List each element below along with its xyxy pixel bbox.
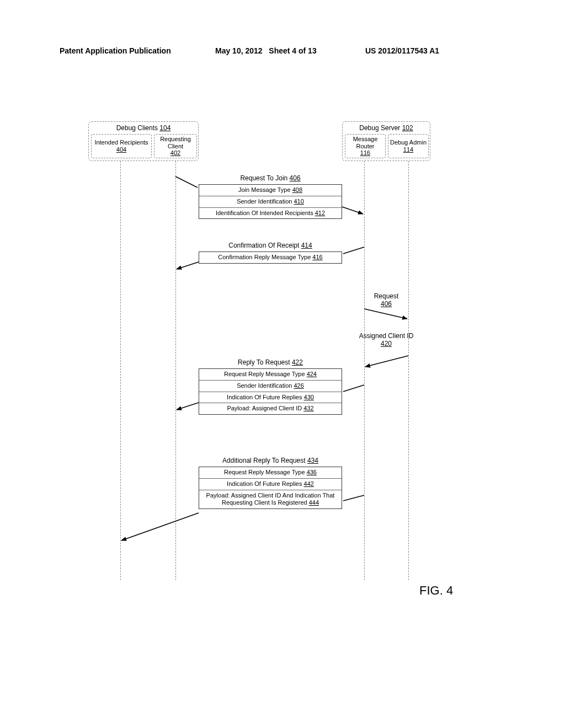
msg3-box: Request Reply Message Type 424 Sender Id… bbox=[199, 368, 342, 415]
msg1-row3: Identification Of Intended Recipients 41… bbox=[199, 207, 342, 219]
svg-line-1 bbox=[342, 207, 363, 214]
msg2-box: Confirmation Reply Message Type 416 bbox=[199, 251, 342, 264]
lane-requesting-client: Requesting Client 402 bbox=[154, 134, 197, 158]
figure-label: FIG. 4 bbox=[419, 584, 453, 598]
svg-line-3 bbox=[177, 262, 199, 269]
debug-clients-ref: 104 bbox=[159, 124, 170, 132]
msg4-title: Additional Reply To Request 434 bbox=[199, 457, 342, 464]
requesting-label: Requesting Client bbox=[160, 136, 191, 149]
header-right: US 2012/0117543 A1 bbox=[365, 46, 439, 55]
msg1-row2: Sender Identification 410 bbox=[199, 196, 342, 207]
lane-intended-recipients: Intended Recipients 404 bbox=[91, 134, 152, 158]
lifeline-requesting bbox=[175, 161, 176, 580]
router-ref: 116 bbox=[345, 149, 385, 157]
lane-message-router: Message Router 116 bbox=[345, 134, 386, 158]
intended-ref: 404 bbox=[92, 146, 151, 153]
msg4-box: Request Reply Message Type 436 Indicatio… bbox=[199, 467, 342, 509]
svg-line-2 bbox=[343, 247, 364, 254]
debug-server-ref: 102 bbox=[402, 124, 413, 132]
msg3-row4: Payload: Assigned Client ID 432 bbox=[199, 403, 342, 414]
msg3-row1: Request Reply Message Type 424 bbox=[199, 369, 342, 380]
admin-label: Debug Admin bbox=[390, 139, 427, 146]
router-label: Message Router bbox=[353, 136, 378, 149]
lane-debug-admin: Debug Admin 114 bbox=[388, 134, 429, 158]
debug-clients-title: Debug Clients bbox=[116, 124, 158, 132]
svg-line-0 bbox=[175, 176, 198, 188]
msg2-row1: Confirmation Reply Message Type 416 bbox=[199, 252, 342, 263]
svg-line-7 bbox=[177, 403, 199, 410]
admin-ref: 114 bbox=[388, 146, 428, 153]
intended-label: Intended Recipients bbox=[94, 139, 148, 146]
lifeline-router bbox=[364, 161, 365, 580]
svg-line-5 bbox=[365, 356, 408, 367]
svg-line-9 bbox=[121, 513, 199, 540]
msg4-row3: Payload: Assigned Client ID And Indicati… bbox=[199, 490, 342, 509]
msg4-row2: Indication Of Future Replies 442 bbox=[199, 478, 342, 490]
msg3-title: Reply To Request 422 bbox=[199, 358, 342, 366]
msg1-title: Request To Join 406 bbox=[199, 174, 342, 182]
msg1-box: Join Message Type 408 Sender Identificat… bbox=[199, 184, 342, 219]
header-sheet: Sheet 4 of 13 bbox=[269, 46, 316, 55]
msg4-row1: Request Reply Message Type 436 bbox=[199, 467, 342, 478]
msg1-row1: Join Message Type 408 bbox=[199, 185, 342, 196]
msg2-title: Confirmation Of Receipt 414 bbox=[199, 242, 342, 249]
header-left: Patent Application Publication bbox=[60, 46, 171, 55]
sequence-diagram: Debug Clients 104 Intended Recipients 40… bbox=[0, 121, 565, 618]
msg3-row2: Sender Identification 426 bbox=[199, 380, 342, 392]
lifeline-admin bbox=[408, 161, 409, 580]
svg-line-8 bbox=[343, 495, 364, 501]
header-mid: May 10, 2012 Sheet 4 of 13 bbox=[215, 46, 317, 55]
msg3-row3: Indication Of Future Replies 430 bbox=[199, 392, 342, 403]
internal-request-label: Request 406 bbox=[364, 292, 408, 308]
debug-server-title: Debug Server bbox=[359, 124, 400, 132]
svg-line-4 bbox=[364, 309, 407, 319]
lifeline-intended bbox=[120, 161, 121, 580]
svg-line-6 bbox=[343, 385, 364, 392]
internal-assigned-label: Assigned Client ID 420 bbox=[359, 332, 414, 348]
lane-debug-clients: Debug Clients 104 Intended Recipients 40… bbox=[88, 121, 199, 161]
requesting-ref: 402 bbox=[154, 149, 196, 157]
lane-debug-server: Debug Server 102 Message Router 116 Debu… bbox=[342, 121, 430, 161]
header-date: May 10, 2012 bbox=[215, 46, 263, 55]
